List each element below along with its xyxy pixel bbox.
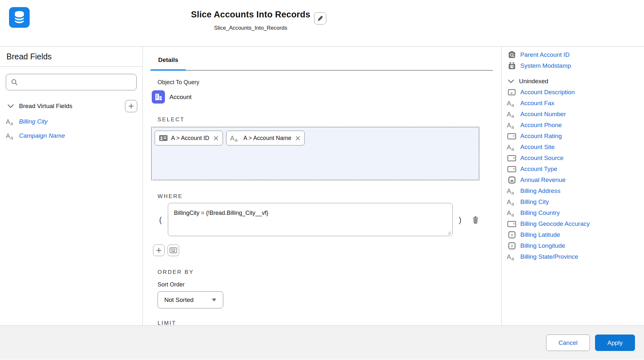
text-icon: Aa [507,188,516,194]
sort-order-value: Not Sorted [164,296,194,304]
field-list-item-label[interactable]: Billing Address [520,187,561,195]
resize-handle-icon[interactable] [447,231,451,235]
text-icon: Aa [6,118,16,125]
virtual-field-label[interactable]: Campaign Name [19,132,65,139]
tab-details[interactable]: Details [150,56,186,70]
sort-order-label: Sort Order [158,281,501,288]
sort-order-dropdown[interactable]: Not Sorted [158,291,223,308]
field-list-item-label[interactable]: Billing State/Province [520,253,578,260]
keyboard-entry-button[interactable] [168,245,179,256]
search-box[interactable] [6,74,137,90]
object-to-query-label: Object To Query [158,79,501,86]
field-list-item[interactable]: #Billing Longitude [507,240,644,251]
field-list-item[interactable]: Account Source [507,153,644,164]
indexed-field-list: Parent Account IDSystem Modstamp [507,49,644,71]
virtual-fields-list: AaBilling CityAaCampaign Name [6,117,142,141]
select-label: SELECT [158,116,501,123]
open-paren: ( [158,216,163,225]
field-list-item[interactable]: AaBilling City [507,196,644,207]
where-expression-input[interactable] [168,203,453,236]
text-icon: Aa [6,133,16,139]
close-icon [295,135,301,141]
field-list-item-label[interactable]: Account Source [520,155,563,162]
apply-button[interactable]: Apply [595,335,635,351]
field-list-item[interactable]: AaBilling State/Province [507,251,644,262]
field-list-item-label[interactable]: Billing Latitude [520,231,560,238]
close-paren: ) [457,216,463,225]
field-list-item[interactable]: AaAccount Phone [507,120,644,131]
field-list-item-label[interactable]: Billing Longitude [520,242,565,249]
add-virtual-field-button[interactable] [125,100,137,112]
unindexed-section-header[interactable]: Unindexed [507,76,644,87]
field-list-item-label[interactable]: Parent Account ID [520,51,570,58]
lookup-icon [507,51,516,59]
virtual-field-item[interactable]: AaBilling City [6,117,142,126]
field-list-item[interactable]: System Modstamp [507,60,644,71]
select-field-pill-label: A > Account ID [171,135,209,142]
field-list-item[interactable]: Parent Account ID [507,49,644,60]
pencil-icon [317,15,323,22]
tab-bar: Details [150,56,493,71]
page-subtitle: Slice_Accounts_Into_Records [0,25,501,31]
field-list-item[interactable]: AaAccount Fax [507,98,644,109]
left-panel: Bread Fields Bread Virtual Fields [0,47,143,325]
text-icon: Aa [507,210,516,216]
field-list-item[interactable]: Account Type [507,164,644,175]
chevron-down-icon[interactable] [7,104,14,108]
remove-field-button[interactable] [213,135,219,141]
text-icon: Aa [507,144,516,150]
select-field-pill[interactable]: AaA > Account Name [226,131,305,145]
field-list-item-label[interactable]: Account Phone [520,122,562,129]
search-input[interactable] [22,79,132,85]
select-fields-box[interactable]: A > Account IDAaA > Account Name [151,127,479,180]
virtual-field-item[interactable]: AaCampaign Name [6,131,142,141]
field-list-item[interactable]: AaAccount Number [507,109,644,120]
picklist-icon [507,133,516,139]
search-icon [11,78,18,86]
field-list-item-label[interactable]: Billing City [520,198,549,205]
field-list-item[interactable]: AaBilling Address [507,185,644,196]
virtual-fields-group-header: Bread Virtual Fields [7,100,137,112]
limit-label: LIMIT [158,320,501,325]
object-name: Account [169,94,192,101]
add-condition-button[interactable] [153,245,165,256]
field-list-item-label[interactable]: Account Site [520,144,555,151]
select-field-pill-label: A > Account Name [244,135,292,142]
delete-condition-button[interactable] [472,216,479,224]
footer-bar: Cancel Apply [0,325,644,360]
page-title: Slice Accounts Into Records [0,10,501,20]
remove-field-button[interactable] [294,135,301,141]
plus-icon [128,103,134,109]
picklist-icon [507,221,516,227]
virtual-field-label[interactable]: Billing City [19,118,48,125]
field-list-item[interactable]: Annual Revenue [507,175,644,185]
field-list-item[interactable]: AaBilling Country [507,207,644,218]
text-icon: Aa [507,122,516,128]
field-list-item[interactable]: AaAccount Site [507,142,644,153]
field-list-item-label[interactable]: Account Number [520,111,566,118]
triangle-down-icon [212,298,216,302]
svg-text:#: # [511,244,513,248]
field-list-item[interactable]: Account Description [507,87,644,98]
unindexed-field-list: Account DescriptionAaAccount FaxAaAccoun… [507,87,644,262]
select-field-pill[interactable]: A > Account ID [155,131,223,145]
object-row: Account [152,90,501,104]
field-list-item-label[interactable]: Account Description [520,89,575,96]
field-list-item-label[interactable]: Billing Geocode Accuracy [520,220,590,227]
picklist-icon [507,155,516,161]
field-list-item-label[interactable]: Billing Country [520,209,560,216]
edit-title-button[interactable] [314,12,326,25]
field-list-item-label[interactable]: Account Type [520,165,557,173]
field-list-item[interactable]: #Billing Latitude [507,229,644,240]
id-card-icon [159,135,168,142]
field-list-item-label[interactable]: System Modstamp [520,62,571,69]
trash-icon [472,216,479,224]
field-list-item[interactable]: Billing Geocode Accuracy [507,218,644,229]
cancel-button[interactable]: Cancel [546,335,590,351]
field-list-item-label[interactable]: Annual Revenue [520,176,566,184]
field-list-item-label[interactable]: Account Fax [520,100,554,107]
field-list-item[interactable]: Account Rating [507,131,644,142]
field-list-item-label[interactable]: Account Rating [520,133,562,140]
close-icon [213,135,219,141]
account-object-icon [152,90,165,104]
